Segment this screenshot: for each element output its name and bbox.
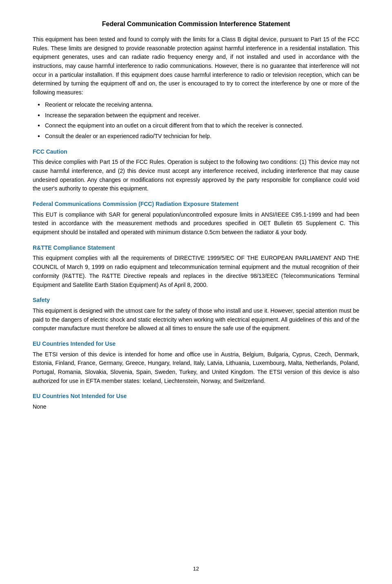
eu-not-intended-section: EU Countries Not Intended for Use None bbox=[33, 392, 359, 411]
intro-paragraph: This equipment has been tested and found… bbox=[33, 35, 359, 97]
fcc-radiation-text: This EUT is compliance with SAR for gene… bbox=[33, 210, 359, 237]
fcc-caution-section: FCC Caution This device complies with Pa… bbox=[33, 148, 359, 193]
eu-not-intended-heading: EU Countries Not Intended for Use bbox=[33, 392, 359, 401]
list-item: Increase the separation between the equi… bbox=[45, 111, 359, 120]
list-item: Reorient or relocate the receiving anten… bbox=[45, 101, 359, 110]
rtte-text: This equipment complies with all the req… bbox=[33, 254, 359, 289]
safety-heading: Safety bbox=[33, 296, 359, 305]
eu-intended-section: EU Countries Intended for Use The ETSI v… bbox=[33, 340, 359, 385]
fcc-caution-text: This device complies with Part 15 of the… bbox=[33, 158, 359, 193]
page-number: 12 bbox=[193, 566, 199, 572]
safety-section: Safety This equipment is designed with t… bbox=[33, 296, 359, 333]
eu-not-intended-text: None bbox=[33, 403, 359, 412]
safety-text: This equipment is designed with the utmo… bbox=[33, 307, 359, 333]
bullet-list: Reorient or relocate the receiving anten… bbox=[33, 101, 359, 141]
list-item: Consult the dealer or an experienced rad… bbox=[45, 132, 359, 141]
intro-section: This equipment has been tested and found… bbox=[33, 35, 359, 141]
eu-intended-text: The ETSI version of this device is inten… bbox=[33, 350, 359, 386]
list-item: Connect the equipment into an outlet on … bbox=[45, 121, 359, 130]
fcc-caution-heading: FCC Caution bbox=[33, 148, 359, 157]
rtte-heading: R&TTE Compliance Statement bbox=[33, 244, 359, 253]
fcc-radiation-section: Federal Communications Commission (FCC) … bbox=[33, 200, 359, 237]
rtte-section: R&TTE Compliance Statement This equipmen… bbox=[33, 244, 359, 289]
page-title: Federal Communication Commission Interfe… bbox=[33, 20, 359, 28]
eu-intended-heading: EU Countries Intended for Use bbox=[33, 340, 359, 349]
fcc-radiation-heading: Federal Communications Commission (FCC) … bbox=[33, 200, 359, 209]
page: Federal Communication Commission Interfe… bbox=[0, 0, 392, 584]
